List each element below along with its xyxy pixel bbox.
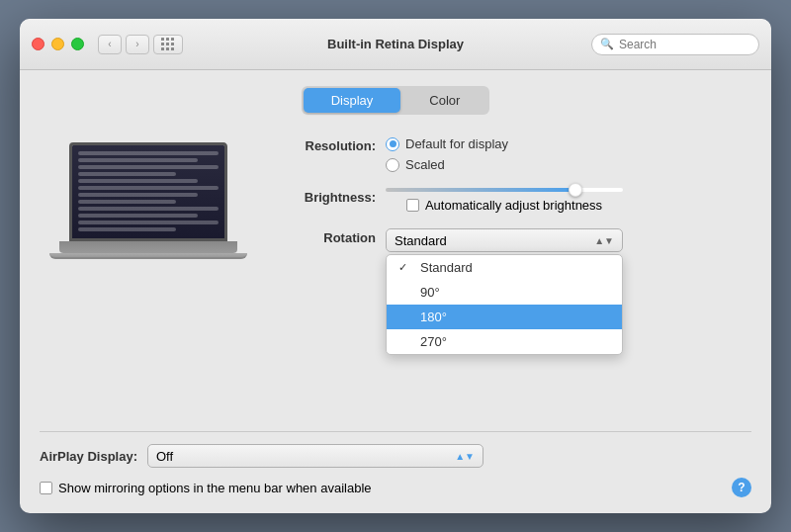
rotation-option-standard-label: Standard (420, 260, 473, 275)
rotation-option-270[interactable]: 270° (387, 329, 622, 354)
brightness-slider-thumb[interactable] (569, 183, 582, 197)
rotation-row: Rotation Standard ▲▼ ✓ Standard (277, 228, 751, 252)
rotation-option-180[interactable]: 180° (387, 305, 622, 329)
screen-line (78, 214, 198, 218)
screen-line (78, 207, 219, 211)
dropdown-arrow-icon: ▲▼ (594, 235, 614, 246)
screen-line (78, 158, 198, 162)
radio-inner (390, 140, 396, 147)
mirroring-row: Show mirroring options in the menu bar w… (40, 478, 751, 497)
resolution-options: Default for display Scaled (386, 136, 508, 172)
minimize-button[interactable] (51, 38, 64, 50)
brightness-row: Brightness: Automatically adjust brightn… (277, 188, 751, 213)
rotation-container: Standard ▲▼ ✓ Standard 90° (386, 228, 623, 252)
help-button[interactable]: ? (732, 478, 751, 497)
maximize-button[interactable] (71, 38, 84, 50)
laptop-foot (49, 253, 247, 259)
resolution-label: Resolution: (277, 136, 376, 153)
grid-button[interactable] (153, 35, 183, 54)
screen-line (78, 200, 176, 204)
screen-line (78, 172, 176, 176)
resolution-scaled-radio[interactable] (386, 158, 399, 172)
laptop-panel (40, 133, 257, 431)
forward-button[interactable]: › (126, 35, 149, 54)
check-icon: ✓ (398, 261, 412, 274)
brightness-slider-container (386, 188, 623, 192)
window-title: Built-in Retina Display (327, 37, 464, 51)
close-button[interactable] (32, 38, 44, 50)
bottom-section: AirPlay Display: Off ▲▼ Show mirroring o… (40, 431, 751, 497)
screen-line (78, 151, 219, 155)
brightness-label: Brightness: (277, 188, 376, 205)
rotation-dropdown-menu: ✓ Standard 90° 180° (386, 254, 623, 355)
rotation-dropdown-button[interactable]: Standard ▲▼ (386, 228, 623, 252)
resolution-default-option[interactable]: Default for display (386, 136, 508, 151)
rotation-option-90-label: 90° (420, 285, 440, 300)
auto-brightness-label: Automatically adjust brightness (425, 198, 602, 213)
main-content: Display Color (20, 70, 771, 513)
screen-line (78, 179, 198, 183)
mirroring-label: Show mirroring options in the menu bar w… (58, 481, 372, 495)
resolution-default-radio[interactable] (386, 137, 399, 151)
main-window: ‹ › Built-in Retina Display 🔍 Display Co… (20, 19, 771, 513)
search-box[interactable]: 🔍 (591, 34, 759, 55)
rotation-option-180-label: 180° (420, 310, 447, 324)
screen-line (78, 165, 219, 169)
laptop-screen (69, 142, 227, 241)
rotation-label: Rotation (277, 228, 376, 245)
airplay-dropdown-arrows-icon: ▲▼ (455, 451, 475, 462)
screen-line (78, 221, 219, 224)
airplay-dropdown[interactable]: Off ▲▼ (147, 444, 483, 468)
resolution-scaled-label: Scaled (405, 157, 445, 172)
settings-area: Resolution: Default for display Scaled (40, 133, 751, 431)
screen-line (78, 227, 176, 231)
laptop-base (59, 241, 237, 253)
nav-buttons: ‹ › (98, 35, 149, 54)
controls-panel: Resolution: Default for display Scaled (277, 133, 751, 431)
auto-brightness-checkbox[interactable] (406, 199, 419, 212)
screen-content (72, 145, 224, 238)
brightness-slider-track[interactable] (386, 188, 623, 192)
airplay-row: AirPlay Display: Off ▲▼ (40, 444, 751, 468)
rotation-current-value: Standard (395, 233, 447, 248)
airplay-label: AirPlay Display: (40, 449, 137, 464)
laptop-preview (49, 142, 247, 281)
traffic-lights (32, 38, 84, 50)
tab-group: Display Color (302, 86, 490, 115)
screen-line (78, 186, 219, 190)
resolution-scaled-option[interactable]: Scaled (386, 157, 508, 172)
mirroring-checkbox[interactable] (40, 482, 52, 494)
tab-color[interactable]: Color (401, 88, 487, 113)
tab-display[interactable]: Display (304, 88, 401, 113)
rotation-option-270-label: 270° (420, 334, 447, 349)
resolution-row: Resolution: Default for display Scaled (277, 136, 751, 172)
rotation-option-standard[interactable]: ✓ Standard (387, 255, 622, 280)
search-icon: 🔍 (600, 38, 614, 50)
back-button[interactable]: ‹ (98, 35, 122, 54)
resolution-default-label: Default for display (405, 136, 508, 151)
screen-line (78, 193, 198, 197)
search-input[interactable] (619, 38, 750, 51)
brightness-controls: Automatically adjust brightness (386, 188, 623, 213)
airplay-value: Off (156, 449, 173, 464)
auto-brightness-row: Automatically adjust brightness (406, 198, 602, 213)
grid-icon (161, 38, 175, 51)
tabs-container: Display Color (40, 86, 751, 115)
titlebar: ‹ › Built-in Retina Display 🔍 (20, 19, 771, 70)
rotation-option-90[interactable]: 90° (387, 280, 622, 305)
